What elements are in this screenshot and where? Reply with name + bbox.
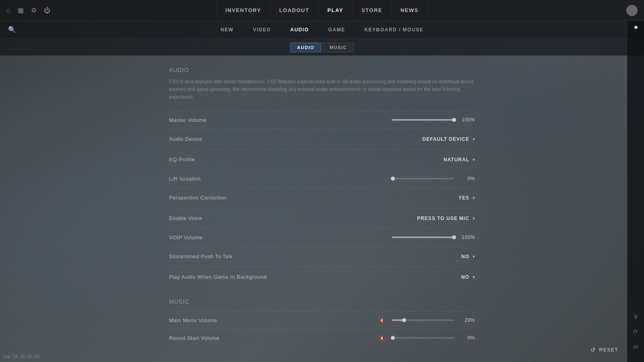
- voip-volume-thumb: [452, 235, 456, 239]
- top-navigation: ⌂ ▦ ⚙ ⏻ INVENTORY LOADOUT PLAY STORE NEW…: [0, 0, 644, 21]
- enable-voice-row: Enable Voice PRESS TO USE MIC ▾: [169, 208, 475, 228]
- settings-nav-audio[interactable]: AUDIO: [287, 25, 312, 34]
- audio-device-dropdown[interactable]: DEFAULT DEVICE ▾: [423, 135, 475, 144]
- lr-isolation-slider[interactable]: [392, 178, 454, 179]
- push-to-talk-row: Streamlined Push To Talk NO ▾: [169, 246, 475, 267]
- top-nav-links: INVENTORY LOADOUT PLAY STORE NEWS: [216, 0, 428, 21]
- main-menu-volume-thumb: [402, 318, 406, 322]
- main-menu-volume-slider[interactable]: [392, 319, 454, 321]
- voip-volume-fill: [392, 237, 454, 238]
- tab-audio[interactable]: AUDIO: [290, 43, 321, 52]
- enable-voice-control: PRESS TO USE MIC ▾: [386, 214, 475, 223]
- nav-inventory[interactable]: INVENTORY: [216, 0, 270, 21]
- mute-icon-2[interactable]: 🔇: [379, 335, 385, 341]
- perspective-correction-label: Perspective Correction: [169, 195, 227, 201]
- voip-volume-slider[interactable]: [392, 237, 454, 238]
- main-content: Audio CS2 is best enjoyed with stereo he…: [169, 56, 475, 362]
- timestamp: Sep 20 16:47:43: [3, 354, 39, 359]
- play-audio-background-label: Play Audio When Game In Background: [169, 274, 266, 280]
- round-start-volume-slider[interactable]: [392, 337, 454, 339]
- round-start-volume-thumb: [391, 336, 395, 340]
- perspective-correction-control: YES ▾: [386, 193, 475, 202]
- chevron-down-icon: ▾: [473, 216, 475, 221]
- reset-button[interactable]: ↺ RESET: [586, 344, 623, 356]
- mail-icon[interactable]: ✉: [633, 343, 638, 351]
- user-avatar[interactable]: [626, 5, 638, 16]
- voip-volume-control: 100%: [386, 234, 475, 240]
- enable-voice-label: Enable Voice: [169, 215, 202, 221]
- eq-profile-value: NATURAL: [444, 157, 469, 162]
- info-sidebar: 🎙 ⟳ ✉: [627, 21, 644, 362]
- lr-isolation-value: 0%: [459, 176, 475, 181]
- music-section-divider: Music: [169, 298, 475, 305]
- perspective-correction-row: Perspective Correction YES ▾: [169, 187, 475, 208]
- master-volume-fill: [392, 119, 454, 121]
- tab-music[interactable]: MUSIC: [323, 43, 354, 52]
- audio-device-value: DEFAULT DEVICE: [423, 136, 469, 142]
- search-icon[interactable]: 🔍: [8, 26, 16, 33]
- sub-tabs: AUDIO MUSIC: [0, 39, 644, 56]
- music-section-title: Music: [169, 298, 475, 305]
- enable-voice-value: PRESS TO USE MIC: [417, 216, 469, 221]
- chevron-down-icon: ▾: [473, 254, 475, 259]
- play-audio-background-row: Play Audio When Game In Background NO ▾: [169, 267, 475, 287]
- home-icon[interactable]: ⌂: [6, 7, 10, 14]
- top-nav-icons: ⌂ ▦ ⚙ ⏻: [6, 6, 50, 14]
- nav-news[interactable]: NEWS: [392, 0, 428, 21]
- enable-voice-dropdown[interactable]: PRESS TO USE MIC ▾: [417, 214, 475, 223]
- lr-isolation-fill: [392, 178, 393, 179]
- round-start-volume-value: 0%: [459, 335, 475, 341]
- refresh-icon[interactable]: ⟳: [633, 328, 638, 335]
- audio-section-desc: CS2 is best enjoyed with stereo headphon…: [169, 78, 475, 101]
- power-icon[interactable]: ⏻: [44, 7, 50, 14]
- round-start-volume-control: 🔇 0%: [379, 335, 475, 341]
- master-volume-thumb: [452, 118, 456, 122]
- perspective-correction-value: YES: [458, 195, 469, 201]
- master-volume-slider[interactable]: [392, 119, 454, 121]
- lr-isolation-row: L/R Isolation 0%: [169, 170, 475, 187]
- settings-nav-video[interactable]: VIDEO: [250, 25, 274, 34]
- lr-isolation-label: L/R Isolation: [169, 176, 201, 182]
- info-dot: [634, 26, 638, 29]
- main-menu-volume-label: Main Menu Volume: [169, 317, 217, 323]
- settings-nav-keyboard-mouse[interactable]: KEYBOARD / MOUSE: [361, 25, 427, 34]
- nav-play[interactable]: PLAY: [318, 0, 352, 21]
- inventory-icon[interactable]: ▦: [18, 6, 24, 14]
- lr-isolation-control: 0%: [386, 176, 475, 181]
- nav-loadout[interactable]: LOADOUT: [270, 0, 319, 21]
- main-menu-volume-value: 20%: [459, 317, 475, 323]
- settings-navigation: 🔍 NEW VIDEO AUDIO GAME KEYBOARD / MOUSE: [0, 21, 644, 39]
- eq-profile-label: EQ Profile: [169, 156, 195, 162]
- audio-device-label: Audio Device: [169, 136, 202, 142]
- play-audio-background-value: NO: [461, 274, 469, 280]
- main-menu-volume-row: Main Menu Volume 🔇 20%: [169, 311, 475, 329]
- voip-volume-row: VOIP Volume 100%: [169, 228, 475, 246]
- main-menu-volume-control: 🔇 20%: [379, 317, 475, 323]
- settings-nav-game[interactable]: GAME: [325, 25, 348, 34]
- play-audio-background-dropdown[interactable]: NO ▾: [461, 273, 475, 282]
- chevron-down-icon: ▾: [473, 274, 475, 280]
- push-to-talk-dropdown[interactable]: NO ▾: [461, 252, 475, 261]
- audio-device-row: Audio Device DEFAULT DEVICE ▾: [169, 129, 475, 149]
- lr-isolation-thumb: [391, 177, 395, 181]
- chevron-down-icon: ▾: [473, 195, 475, 201]
- voip-volume-value: 100%: [459, 234, 475, 240]
- top-nav-right: [626, 5, 638, 16]
- settings-nav-new[interactable]: NEW: [217, 25, 237, 34]
- microphone-icon[interactable]: 🎙: [633, 313, 639, 320]
- eq-profile-control: NATURAL ▾: [386, 155, 475, 164]
- settings-icon[interactable]: ⚙: [31, 6, 37, 14]
- master-volume-label: Master Volume: [169, 117, 206, 123]
- eq-profile-dropdown[interactable]: NATURAL ▾: [444, 155, 475, 164]
- play-audio-background-control: NO ▾: [386, 273, 475, 282]
- perspective-correction-dropdown[interactable]: YES ▾: [458, 193, 475, 202]
- mute-icon[interactable]: 🔇: [379, 317, 385, 323]
- eq-profile-row: EQ Profile NATURAL ▾: [169, 149, 475, 170]
- push-to-talk-label: Streamlined Push To Talk: [169, 253, 233, 259]
- audio-device-control: DEFAULT DEVICE ▾: [386, 135, 475, 144]
- chevron-down-icon: ▾: [473, 157, 475, 162]
- master-volume-control: 100%: [386, 117, 475, 123]
- nav-store[interactable]: STORE: [353, 0, 392, 21]
- master-volume-value: 100%: [459, 117, 475, 123]
- audio-section-title: Audio: [169, 67, 475, 73]
